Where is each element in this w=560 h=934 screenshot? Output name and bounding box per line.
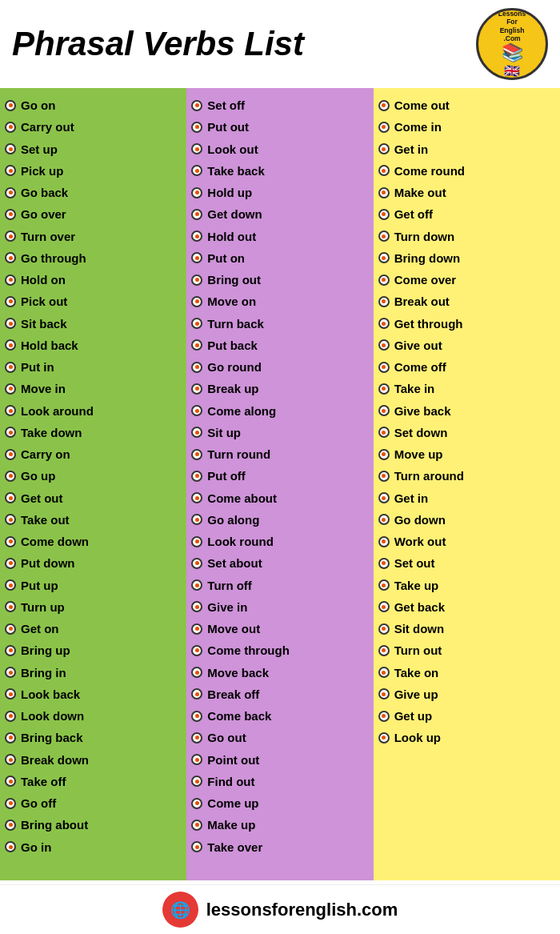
verb-label: Set about xyxy=(207,554,262,572)
bullet-icon xyxy=(191,471,202,482)
list-item: Go out xyxy=(191,727,368,748)
bullet-icon xyxy=(191,383,202,395)
columns-container: Go onCarry outSet upPick upGo backGo ove… xyxy=(0,88,560,880)
verb-label: Bring in xyxy=(21,663,66,682)
bullet-icon xyxy=(5,732,16,744)
verb-label: Come over xyxy=(394,271,457,289)
list-item: Turn over xyxy=(5,226,182,247)
verb-label: Go on xyxy=(21,96,55,114)
list-item: Point out xyxy=(191,749,368,771)
list-item: Find out xyxy=(191,771,368,792)
verb-label: Get down xyxy=(207,205,262,223)
verb-label: Hold on xyxy=(21,271,66,289)
site-logo: LessonsForEnglish.Com 📚 🇬🇧 xyxy=(476,8,548,80)
verb-label: Point out xyxy=(207,751,259,769)
list-item: Set up xyxy=(5,138,182,160)
bullet-icon xyxy=(5,296,16,307)
verb-label: Take over xyxy=(207,838,262,856)
list-item: Bring about xyxy=(5,814,182,836)
bullet-icon xyxy=(5,230,16,242)
verb-label: Turn back xyxy=(207,315,264,333)
bullet-icon xyxy=(191,143,202,154)
bullet-icon xyxy=(191,623,202,635)
list-item: Turn out xyxy=(378,639,555,661)
list-item: Take off xyxy=(5,771,182,792)
bullet-icon xyxy=(191,275,202,286)
list-item: Get in xyxy=(378,487,555,509)
bullet-icon xyxy=(5,471,16,482)
bullet-icon xyxy=(378,514,390,525)
verb-label: Get up xyxy=(394,707,433,725)
verb-label: Come about xyxy=(207,489,277,507)
list-item: Bring down xyxy=(378,247,555,269)
verb-label: Take back xyxy=(207,162,264,180)
bullet-icon xyxy=(378,122,390,133)
verb-label: Set up xyxy=(21,140,58,158)
bullet-icon xyxy=(378,449,390,460)
bullet-icon xyxy=(378,143,390,154)
verb-label: Hold up xyxy=(207,183,252,202)
list-item: Give out xyxy=(378,335,555,356)
bullet-icon xyxy=(5,841,16,852)
list-item: Get up xyxy=(378,705,555,727)
list-item: Go in xyxy=(5,836,182,858)
list-item: Give up xyxy=(378,683,555,705)
bullet-icon xyxy=(5,405,16,416)
bullet-icon xyxy=(378,405,390,416)
verb-label: Give in xyxy=(207,598,247,616)
bullet-icon xyxy=(191,405,202,416)
bullet-icon xyxy=(5,579,16,591)
list-item: Go over xyxy=(5,203,182,225)
verb-label: Put on xyxy=(207,249,245,267)
column-yellow: Come outCome inGet inCome roundMake outG… xyxy=(374,88,560,880)
list-item: Go off xyxy=(5,792,182,814)
verb-label: Turn round xyxy=(207,445,270,463)
verb-label: Look around xyxy=(21,402,94,420)
bullet-icon xyxy=(191,165,202,176)
list-item: Bring up xyxy=(5,639,182,661)
verb-label: Go off xyxy=(21,794,56,812)
list-item: Go along xyxy=(191,509,368,531)
list-item: Come out xyxy=(378,94,555,116)
bullet-icon xyxy=(5,514,16,525)
bullet-icon xyxy=(5,339,16,351)
list-item: Come in xyxy=(378,116,555,138)
verb-label: Put up xyxy=(21,576,58,595)
verb-label: Put back xyxy=(207,336,258,355)
bullet-icon xyxy=(5,688,16,699)
list-item: Work out xyxy=(378,531,555,552)
list-item: Get down xyxy=(191,203,368,225)
verb-label: Turn over xyxy=(21,227,75,246)
list-item: Take up xyxy=(378,575,555,596)
verb-label: Move out xyxy=(207,619,260,638)
verb-label: Get out xyxy=(21,489,63,507)
bullet-icon xyxy=(191,318,202,329)
bullet-icon xyxy=(191,362,202,373)
logo-flag-icon: 🇬🇧 xyxy=(504,63,520,78)
logo-books-icon: 📚 xyxy=(502,42,523,63)
bullet-icon xyxy=(5,645,16,656)
bullet-icon xyxy=(191,427,202,438)
list-item: Come down xyxy=(5,531,182,552)
list-item: Give back xyxy=(378,400,555,422)
footer-globe-icon: 🌐 xyxy=(162,892,198,928)
bullet-icon xyxy=(5,187,16,198)
list-item: Sit back xyxy=(5,313,182,335)
bullet-icon xyxy=(191,296,202,307)
list-item: Look up xyxy=(378,727,555,748)
verb-label: Look out xyxy=(207,140,258,158)
verb-label: Move in xyxy=(21,379,66,398)
list-item: Turn off xyxy=(191,575,368,596)
list-item: Go on xyxy=(5,94,182,116)
verb-label: Get in xyxy=(394,489,429,507)
list-item: Look down xyxy=(5,705,182,727)
verb-label: Get through xyxy=(394,315,463,333)
bullet-icon xyxy=(191,230,202,242)
list-item: Put out xyxy=(191,116,368,138)
verb-label: Break off xyxy=(207,685,259,704)
bullet-icon xyxy=(378,536,390,547)
verb-label: Come in xyxy=(394,118,442,136)
verb-label: Make out xyxy=(394,183,446,202)
bullet-icon xyxy=(5,492,16,503)
bullet-icon xyxy=(378,187,390,198)
